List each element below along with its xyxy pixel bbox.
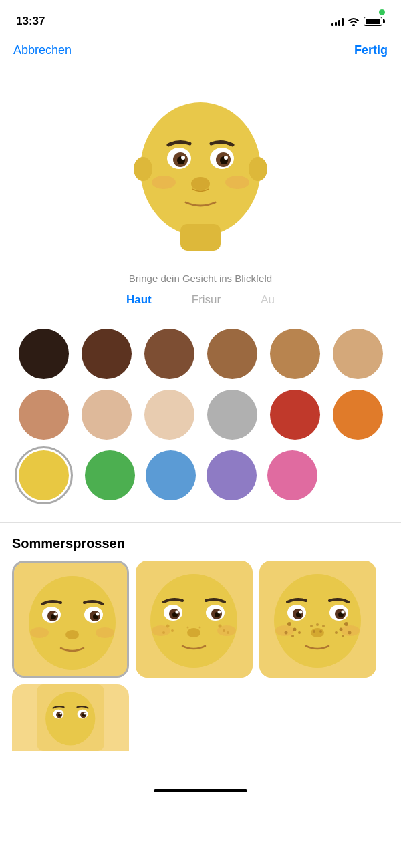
color-grid-section <box>0 315 401 523</box>
svg-point-59 <box>342 611 345 614</box>
svg-point-76 <box>313 630 315 633</box>
color-row-2 <box>12 390 389 440</box>
svg-point-51 <box>274 574 361 668</box>
color-option-c10[interactable] <box>207 390 257 440</box>
svg-point-61 <box>275 625 294 636</box>
freckles-section: Sommersprossen <box>0 523 401 751</box>
svg-point-37 <box>176 611 179 614</box>
freckles-title: Sommersprossen <box>12 536 389 551</box>
svg-point-44 <box>162 631 165 634</box>
green-dot-indicator <box>379 9 385 15</box>
svg-point-67 <box>298 631 301 634</box>
svg-point-65 <box>285 631 288 635</box>
hint-text: Bringe dein Gesicht ins Blickfeld <box>0 267 401 293</box>
nav-bar: Abbrechen Fertig <box>0 33 401 67</box>
avatar-face-svg <box>127 90 274 251</box>
freckles-grid <box>12 561 389 751</box>
svg-point-25 <box>96 613 100 616</box>
done-button[interactable]: Fertig <box>354 43 388 57</box>
svg-point-24 <box>54 613 57 616</box>
color-row-1 <box>12 329 389 379</box>
status-time: 13:37 <box>16 15 45 28</box>
svg-point-66 <box>291 635 294 637</box>
svg-point-38 <box>218 611 221 614</box>
freckle-option-light[interactable] <box>136 561 253 678</box>
svg-point-63 <box>287 622 291 626</box>
color-option-c5[interactable] <box>270 329 320 379</box>
svg-point-77 <box>319 630 322 633</box>
svg-point-86 <box>60 713 62 715</box>
svg-point-58 <box>299 611 303 614</box>
svg-point-3 <box>249 157 267 181</box>
svg-point-68 <box>344 622 348 626</box>
color-option-c16[interactable] <box>207 450 257 500</box>
svg-rect-4 <box>180 224 221 251</box>
color-option-c3[interactable] <box>144 329 194 379</box>
svg-point-79 <box>45 692 95 745</box>
status-icons <box>331 17 385 26</box>
tab-augen[interactable]: Au <box>241 293 295 307</box>
color-option-c13[interactable] <box>19 450 69 500</box>
color-option-c4[interactable] <box>207 329 257 379</box>
color-option-c12[interactable] <box>333 390 383 440</box>
freckle-option-heavy[interactable] <box>12 684 129 751</box>
svg-point-64 <box>293 628 297 631</box>
svg-point-14 <box>152 176 176 189</box>
wifi-icon <box>348 17 360 26</box>
svg-point-72 <box>335 631 338 634</box>
svg-point-48 <box>187 627 189 629</box>
color-option-c6[interactable] <box>333 329 383 379</box>
svg-point-0 <box>352 24 355 26</box>
tabs-row: Haut Frisur Au <box>0 293 401 315</box>
svg-point-73 <box>310 625 313 627</box>
svg-point-39 <box>187 628 200 637</box>
cancel-button[interactable]: Abbrechen <box>13 43 72 57</box>
color-row-3 <box>12 450 389 500</box>
svg-point-45 <box>219 625 222 628</box>
color-option-c9[interactable] <box>144 390 194 440</box>
svg-point-13 <box>191 177 210 190</box>
svg-point-62 <box>341 625 360 636</box>
svg-point-74 <box>316 623 319 626</box>
svg-point-49 <box>199 627 201 629</box>
svg-point-17 <box>29 576 116 670</box>
svg-point-87 <box>84 713 86 715</box>
svg-point-26 <box>65 630 79 639</box>
battery-icon <box>364 17 385 26</box>
color-option-c11[interactable] <box>270 390 320 440</box>
svg-point-46 <box>223 629 225 632</box>
color-option-c15[interactable] <box>146 450 196 500</box>
tab-frisur[interactable]: Frisur <box>172 293 241 307</box>
svg-point-69 <box>340 628 343 631</box>
svg-point-42 <box>166 625 170 628</box>
svg-point-47 <box>227 631 229 634</box>
color-option-c14[interactable] <box>85 450 135 500</box>
color-option-c7[interactable] <box>19 390 69 440</box>
signal-icon <box>331 17 344 26</box>
svg-point-60 <box>311 628 324 637</box>
color-option-c1[interactable] <box>19 329 69 379</box>
color-option-c17[interactable] <box>267 450 317 500</box>
svg-point-2 <box>134 157 152 181</box>
svg-point-12 <box>224 156 228 160</box>
color-option-c8[interactable] <box>82 390 132 440</box>
freckle-option-medium[interactable] <box>259 561 376 678</box>
avatar-preview <box>0 67 401 267</box>
svg-point-75 <box>322 625 325 627</box>
status-bar: 13:37 <box>0 0 401 33</box>
svg-point-30 <box>150 574 237 668</box>
svg-point-15 <box>225 176 249 189</box>
color-option-c2[interactable] <box>82 329 132 379</box>
svg-point-28 <box>96 627 114 638</box>
tab-haut[interactable]: Haut <box>106 293 172 307</box>
freckle-option-none[interactable] <box>12 561 129 678</box>
svg-point-70 <box>348 631 352 635</box>
svg-point-11 <box>181 156 185 160</box>
svg-point-27 <box>30 627 49 638</box>
home-indicator <box>154 789 247 792</box>
svg-point-71 <box>342 635 344 637</box>
svg-point-1 <box>140 102 261 236</box>
svg-point-43 <box>171 629 174 632</box>
